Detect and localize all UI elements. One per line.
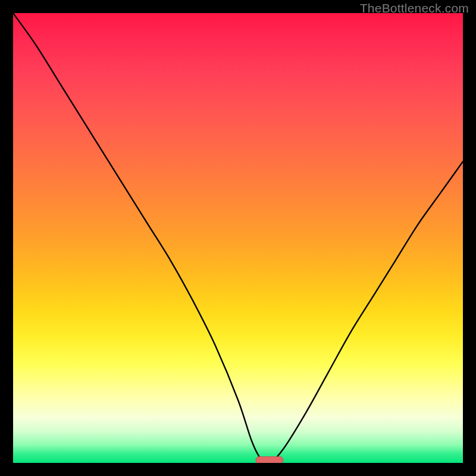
plot-area (13, 13, 463, 463)
chart-frame: TheBottleneck.com (0, 0, 476, 476)
curve-svg (13, 13, 463, 463)
optimum-marker (256, 457, 283, 464)
bottleneck-curve-path (13, 13, 463, 463)
